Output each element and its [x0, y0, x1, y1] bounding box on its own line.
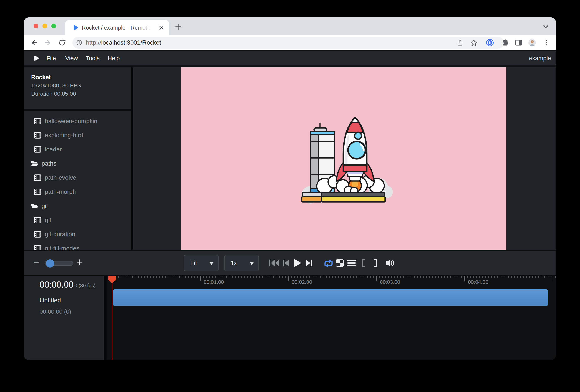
sidebar-toggle-icon[interactable]: [515, 39, 523, 47]
zoom-out-button[interactable]: −: [33, 257, 39, 268]
remotion-favicon: [71, 24, 79, 32]
folder-item[interactable]: paths: [24, 156, 131, 170]
composition-item[interactable]: exploding-bird: [24, 128, 131, 142]
zoom-slider-knob[interactable]: [46, 259, 54, 267]
folder-label: gif: [41, 203, 48, 210]
film-icon: [34, 245, 41, 250]
skip-to-start-icon[interactable]: [269, 259, 280, 267]
folder-label: paths: [41, 160, 57, 167]
menu-file[interactable]: File: [47, 51, 56, 65]
composition-item[interactable]: path-morph: [24, 185, 131, 199]
bookmark-star-icon[interactable]: [470, 39, 478, 47]
timeline-menu-icon[interactable]: [347, 259, 356, 267]
film-icon: [34, 217, 41, 223]
sidebar-canvas-divider: [131, 67, 133, 250]
video-frame: [181, 67, 506, 250]
transparency-checkerboard-icon[interactable]: [335, 259, 344, 267]
composition-item[interactable]: path-evolve: [24, 170, 131, 185]
in-point-bracket-icon[interactable]: [361, 259, 366, 267]
onepassword-extension-icon[interactable]: [486, 39, 494, 47]
ruler-label: 00:02.00: [292, 279, 312, 285]
film-icon: [34, 231, 41, 238]
new-tab-button[interactable]: [174, 23, 182, 30]
forward-icon[interactable]: [44, 39, 52, 47]
composition-label: gif-duration: [45, 231, 75, 238]
zoom-in-button[interactable]: +: [76, 256, 82, 268]
ruler-label: 00:01.00: [204, 279, 224, 285]
timeline-panel: 00:00.00 0 (30 fps) Untitled 00:00.00 (0…: [24, 276, 556, 360]
tab-title-fade: [137, 22, 156, 34]
traffic-close-button[interactable]: [33, 24, 38, 28]
address-bar[interactable]: http://localhost:3001/Rocket: [72, 37, 504, 48]
playhead-line[interactable]: [112, 276, 113, 360]
menu-tools[interactable]: Tools: [86, 51, 100, 65]
reload-icon[interactable]: [58, 39, 66, 47]
url-host: localhost:3001/Rocket: [101, 39, 161, 46]
current-frame-fps: 0 (30 fps): [74, 283, 96, 289]
previous-frame-icon[interactable]: [282, 259, 290, 267]
composition-list: halloween-pumpkin exploding-bird loader …: [24, 111, 131, 250]
folder-open-icon: [31, 160, 38, 167]
composition-info: Rocket 1920x1080, 30 FPS Duration 00:05.…: [31, 73, 81, 98]
current-time: 00:00.00: [40, 280, 74, 289]
out-point-bracket-icon[interactable]: [373, 259, 378, 267]
composition-item[interactable]: gif-duration: [24, 227, 131, 241]
composition-item[interactable]: loader: [24, 142, 131, 156]
composition-label: gif: [45, 217, 51, 224]
profile-avatar[interactable]: [528, 39, 536, 47]
url-scheme: http://: [86, 39, 101, 46]
timeline-tracks-area[interactable]: 00:01.00 00:02.00 00:03.00 00:04.00: [107, 276, 556, 360]
player-controls: − + Fit 1x: [24, 250, 556, 276]
dropdown-caret-icon: [209, 262, 213, 265]
tab-close-icon[interactable]: [158, 25, 164, 31]
volume-icon[interactable]: [385, 259, 395, 267]
folder-item[interactable]: gif: [24, 199, 131, 213]
size-mode-dropdown[interactable]: Fit: [184, 255, 219, 271]
playback-speed-dropdown[interactable]: 1x: [224, 255, 259, 271]
ruler-major-ticks: [112, 276, 556, 281]
rocket-illustration: [291, 110, 396, 214]
composition-label: exploding-bird: [45, 132, 83, 139]
preview-canvas: [133, 67, 556, 250]
next-frame-icon[interactable]: [305, 259, 313, 267]
dropdown-caret-icon: [250, 262, 254, 265]
share-icon[interactable]: [456, 39, 464, 46]
project-name-label: example: [529, 51, 551, 65]
playhead-flag[interactable]: [108, 276, 116, 283]
extensions-puzzle-icon[interactable]: [501, 39, 509, 47]
playback-speed-value: 1x: [231, 260, 237, 266]
traffic-minimize-button[interactable]: [42, 24, 47, 28]
composition-item[interactable]: gif-fill-modes: [24, 241, 131, 250]
back-icon[interactable]: [30, 39, 38, 47]
browser-toolbar: http://localhost:3001/Rocket: [24, 35, 556, 50]
timeline-header-panel: 00:00.00 0 (30 fps) Untitled 00:00.00 (0…: [24, 276, 104, 360]
play-button-icon[interactable]: [293, 259, 302, 267]
composition-item[interactable]: halloween-pumpkin: [24, 114, 131, 128]
timeline-track-bar[interactable]: [113, 289, 548, 306]
film-icon: [34, 174, 41, 181]
composition-label: path-evolve: [45, 174, 76, 181]
traffic-zoom-button[interactable]: [51, 24, 56, 28]
film-icon: [34, 189, 41, 195]
composition-item[interactable]: gif: [24, 213, 131, 227]
loop-toggle-icon[interactable]: [322, 259, 335, 268]
film-icon: [34, 146, 41, 153]
composition-label: path-morph: [45, 188, 76, 195]
studio-menubar: File View Tools Help example: [24, 50, 556, 67]
timeline-divider: [104, 276, 107, 360]
browser-menu-dots-icon[interactable]: [543, 39, 550, 47]
film-icon: [34, 118, 41, 125]
tab-overflow-chevron-icon[interactable]: [542, 23, 550, 30]
menu-view[interactable]: View: [65, 51, 78, 65]
remotion-logo-icon[interactable]: [32, 54, 40, 63]
folder-open-icon: [31, 203, 38, 209]
site-info-icon[interactable]: [76, 39, 82, 46]
size-mode-value: Fit: [190, 260, 197, 266]
track-name: Untitled: [40, 297, 61, 304]
zoom-slider[interactable]: [45, 261, 73, 266]
composition-label: gif-fill-modes: [45, 245, 79, 250]
composition-title: Rocket: [31, 73, 81, 81]
browser-tab[interactable]: Rocket / example - Remotion Pr: [65, 20, 169, 35]
menu-help[interactable]: Help: [108, 51, 120, 65]
url-text[interactable]: http://localhost:3001/Rocket: [86, 37, 161, 48]
